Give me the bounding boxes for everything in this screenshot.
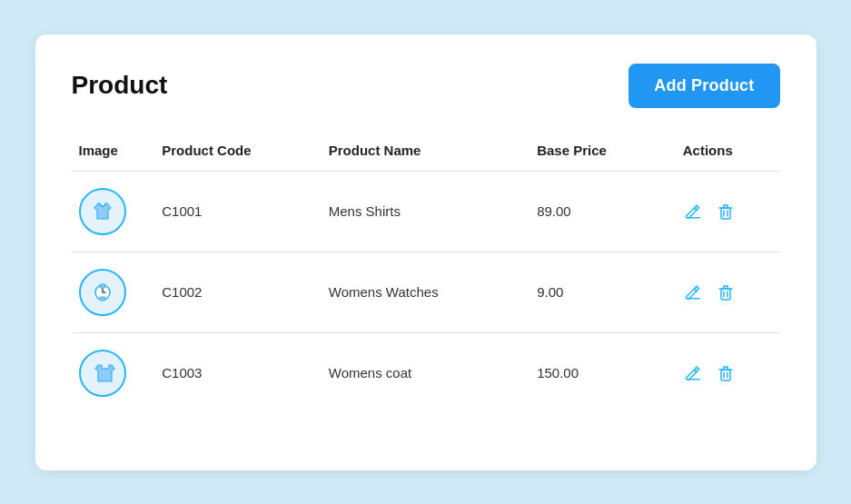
product-code-cell: C1001 (154, 171, 322, 252)
product-code-cell: C1003 (154, 332, 322, 413)
product-price-cell: 150.00 (529, 332, 676, 413)
col-header-price: Base Price (529, 133, 676, 172)
table-row: C1001 Mens Shirts 89.00 (72, 171, 780, 252)
table-header-row: Image Product Code Product Name Base Pri… (72, 133, 780, 172)
product-actions-cell (676, 332, 780, 413)
product-card: Product Add Product Image Product Code P… (35, 35, 816, 470)
product-actions-cell (676, 252, 780, 332)
product-avatar (79, 188, 126, 235)
product-image-cell (72, 171, 155, 252)
svg-rect-12 (100, 297, 105, 301)
product-code-cell: C1002 (154, 252, 322, 332)
product-table: Image Product Code Product Name Base Pri… (72, 133, 780, 413)
product-name-cell: Womens coat (322, 332, 529, 413)
add-product-button[interactable]: Add Product (628, 64, 779, 108)
card-header: Product Add Product (72, 64, 780, 108)
product-avatar (79, 269, 126, 316)
product-image-cell (72, 252, 155, 332)
edit-icon[interactable] (683, 363, 703, 383)
col-header-name: Product Name (322, 133, 529, 172)
delete-icon[interactable] (716, 202, 736, 222)
col-header-code: Product Code (154, 133, 322, 172)
svg-rect-16 (721, 289, 730, 300)
svg-rect-2 (721, 208, 730, 219)
product-price-cell: 9.00 (529, 252, 676, 332)
product-name-cell: Mens Shirts (322, 171, 529, 252)
table-row: C1002 Womens Watches 9.00 (72, 252, 780, 332)
svg-rect-11 (100, 284, 105, 288)
col-header-image: Image (72, 133, 155, 172)
edit-icon[interactable] (683, 282, 703, 302)
svg-rect-25 (721, 370, 730, 380)
product-image-cell (72, 332, 155, 413)
edit-icon[interactable] (683, 202, 703, 222)
product-name-cell: Womens Watches (322, 252, 529, 332)
product-actions-cell (676, 171, 780, 252)
table-row: C1003 Womens coat 150.00 (72, 332, 780, 413)
product-price-cell: 89.00 (529, 171, 676, 252)
delete-icon[interactable] (716, 363, 736, 383)
page-title: Product (72, 71, 168, 100)
col-header-actions: Actions (676, 133, 780, 172)
delete-icon[interactable] (716, 282, 736, 302)
product-avatar (79, 350, 126, 397)
